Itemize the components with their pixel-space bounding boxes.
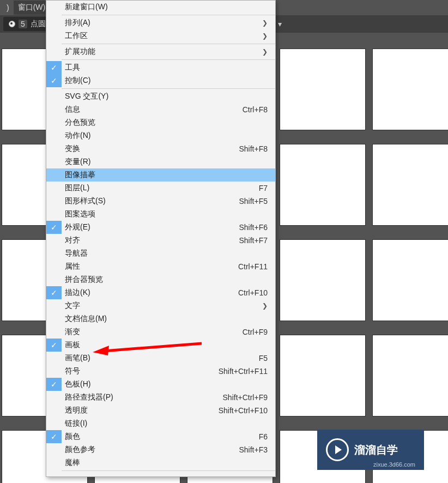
menu-shortcut: Ctrl+F11: [238, 262, 275, 271]
menu-stroke[interactable]: ✓ 描边(K) Ctrl+F10: [46, 286, 275, 299]
check-icon: ✓: [46, 430, 62, 443]
check-slot: [46, 391, 62, 404]
menu-label: 画笔(B): [62, 353, 259, 363]
menu-shortcut: F6: [259, 432, 275, 441]
menu-separator: [62, 470, 275, 471]
menu-label: 图案选项: [62, 209, 275, 219]
menu-color-guide[interactable]: 颜色参考 Shift+F3: [46, 443, 275, 456]
menu-symbols[interactable]: 符号 Shift+Ctrl+F11: [46, 365, 275, 378]
menu-brushes[interactable]: 画笔(B) F5: [46, 352, 275, 365]
menu-image-trace[interactable]: 图像描摹: [46, 168, 275, 182]
menu-new-window[interactable]: 新建窗口(W): [46, 1, 275, 14]
menu-label: 符号: [62, 366, 219, 376]
menu-tools[interactable]: ✓ 工具: [46, 61, 275, 74]
menu-label: 属性: [62, 262, 238, 271]
menu-gradient[interactable]: 渐变 Ctrl+F9: [46, 325, 275, 339]
check-slot: [46, 90, 62, 103]
menu-artboards[interactable]: ✓ 画板: [46, 339, 275, 352]
artboard[interactable]: [280, 240, 365, 321]
menu-links[interactable]: 链接(I): [46, 417, 275, 430]
menu-navigator[interactable]: 导航器: [46, 247, 275, 260]
menu-shortcut: Ctrl+F9: [243, 328, 275, 336]
menu-layers[interactable]: 图层(L) F7: [46, 182, 275, 195]
menu-separator: [62, 44, 275, 44]
menu-flattener[interactable]: 拼合器预览: [46, 273, 275, 286]
artboard[interactable]: [373, 240, 448, 321]
menu-shortcut: Shift+F8: [239, 144, 275, 153]
menu-arrange[interactable]: 排列(A) ❯: [46, 16, 275, 29]
menu-label: 工作区: [62, 31, 262, 41]
menu-shortcut: Shift+F7: [239, 236, 275, 245]
menu-type[interactable]: 文字 ❯: [46, 299, 275, 312]
menu-align[interactable]: 对齐 Shift+F7: [46, 234, 275, 247]
submenu-arrow-icon: ❯: [262, 19, 275, 27]
menu-shortcut: Shift+F3: [239, 445, 275, 454]
menu-magic-wand[interactable]: 魔棒: [46, 456, 275, 469]
menu-shortcut: F5: [259, 354, 275, 363]
menu-label: 画板: [62, 340, 275, 350]
menu-graphic-styles[interactable]: 图形样式(S) Shift+F5: [46, 195, 275, 208]
artboard[interactable]: [373, 144, 448, 225]
menu-separator: [62, 88, 275, 89]
check-icon: ✓: [46, 378, 62, 391]
menu-label: 分色预览: [62, 118, 275, 128]
check-slot: [46, 116, 62, 129]
menu-svg-interactivity[interactable]: SVG 交互(Y): [46, 90, 275, 103]
check-slot: [46, 45, 62, 58]
menu-label: 图形样式(S): [62, 196, 239, 206]
artboard[interactable]: [280, 49, 365, 130]
menu-doc-info[interactable]: 文档信息(M): [46, 312, 275, 325]
check-slot: [46, 273, 62, 286]
check-slot: [46, 325, 62, 339]
menu-label: SVG 交互(Y): [62, 92, 275, 101]
menu-label: 新建窗口(W): [62, 2, 275, 12]
menu-transparency[interactable]: 透明度 Shift+Ctrl+F10: [46, 404, 275, 417]
watermark-title: 溜溜自学: [354, 443, 398, 457]
check-slot: [46, 234, 62, 247]
artboard[interactable]: [373, 335, 448, 416]
menu-label: 描边(K): [62, 288, 238, 298]
check-slot: [46, 299, 62, 312]
menu-item-window[interactable]: 窗口(W): [14, 1, 50, 15]
menu-shortcut: Ctrl+F10: [238, 288, 275, 297]
check-slot: [46, 443, 62, 456]
menu-shortcut: F7: [259, 184, 275, 192]
menu-workspace[interactable]: 工作区 ❯: [46, 29, 275, 43]
artboard[interactable]: [280, 335, 365, 416]
menu-pathfinder[interactable]: 路径查找器(P) Shift+Ctrl+F9: [46, 391, 275, 404]
check-slot: [46, 142, 62, 155]
artboard[interactable]: [373, 49, 448, 130]
check-icon: ✓: [46, 74, 62, 87]
menu-swatches[interactable]: ✓ 色板(H): [46, 378, 275, 391]
menu-label: 变量(R): [62, 157, 275, 167]
check-slot: [46, 208, 62, 221]
menu-transform[interactable]: 变换 Shift+F8: [46, 142, 275, 155]
watermark-subtitle: zixue.3d66.com: [373, 461, 415, 468]
submenu-arrow-icon: ❯: [262, 48, 275, 56]
menu-appearance[interactable]: ✓ 外观(E) Shift+F6: [46, 221, 275, 234]
menu-label: 控制(C): [62, 76, 275, 86]
dropdown-icon[interactable]: ▾: [278, 20, 282, 28]
menu-label: 魔棒: [62, 458, 275, 468]
menu-variables[interactable]: 变量(R): [46, 155, 275, 168]
check-icon: ✓: [46, 61, 62, 74]
menu-label: 渐变: [62, 327, 243, 337]
menu-separation-preview[interactable]: 分色预览: [46, 116, 275, 129]
menu-control[interactable]: ✓ 控制(C): [46, 74, 275, 87]
menu-label: 颜色: [62, 432, 259, 442]
menu-attributes[interactable]: 属性 Ctrl+F11: [46, 260, 275, 273]
menu-item-fragment[interactable]: ): [2, 1, 14, 14]
menu-separator: [62, 59, 275, 60]
menu-info[interactable]: 信息 Ctrl+F8: [46, 103, 275, 116]
check-slot: [46, 16, 62, 29]
menu-shortcut: Shift+Ctrl+F10: [219, 406, 275, 415]
menu-extensions[interactable]: 扩展功能 ❯: [46, 45, 275, 58]
menu-color[interactable]: ✓ 颜色 F6: [46, 430, 275, 443]
window-menu-popup: 新建窗口(W) 排列(A) ❯ 工作区 ❯ 扩展功能 ❯ ✓ 工具 ✓ 控制(C…: [46, 0, 276, 477]
check-slot: [46, 29, 62, 43]
menu-actions[interactable]: 动作(N): [46, 129, 275, 142]
menu-pattern-options[interactable]: 图案选项: [46, 208, 275, 221]
menu-label: 扩展功能: [62, 47, 262, 57]
artboard[interactable]: [280, 144, 365, 225]
menu-label: 颜色参考: [62, 445, 239, 455]
